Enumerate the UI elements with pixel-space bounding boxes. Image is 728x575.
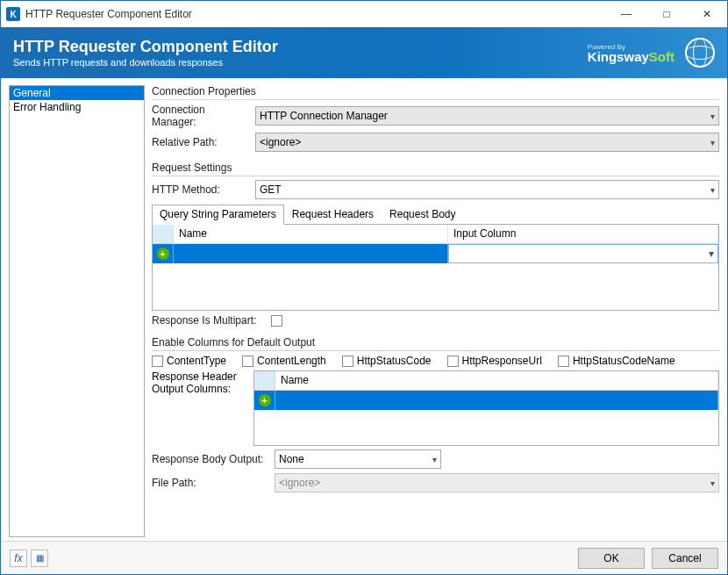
file-path-label: File Path: xyxy=(152,477,269,489)
grid-corner xyxy=(153,225,174,243)
globe-icon[interactable] xyxy=(685,38,715,68)
main-panel: Connection Properties Connection Manager… xyxy=(152,85,719,537)
grid-name-cell[interactable] xyxy=(174,244,448,263)
grid-new-row[interactable]: + ▾ xyxy=(153,244,718,263)
minimize-button[interactable]: — xyxy=(606,1,646,27)
window-title: HTTP Requester Component Editor xyxy=(25,8,606,20)
brand-logo: Powered By KingswaySoft xyxy=(588,42,674,63)
chevron-down-icon: ▾ xyxy=(710,478,715,488)
grid-header-name: Name xyxy=(174,225,448,243)
response-multipart-label: Response Is Multipart: xyxy=(152,314,266,327)
http-status-code-name-checkbox[interactable] xyxy=(558,356,569,367)
output-checkbox-row: ContentType ContentLength HttpStatusCode… xyxy=(152,355,719,367)
close-button[interactable]: ✕ xyxy=(687,1,727,27)
query-params-grid: Name Input Column + ▾ xyxy=(152,225,719,311)
banner-subtitle: Sends HTTP requests and downloads respon… xyxy=(13,57,588,68)
relative-path-value: <ignore> xyxy=(260,136,301,148)
http-status-code-name-label: HttpStatusCodeName xyxy=(573,355,675,367)
banner-title: HTTP Requester Component Editor xyxy=(13,38,588,56)
header-banner: HTTP Requester Component Editor Sends HT… xyxy=(1,27,727,78)
chevron-down-icon: ▾ xyxy=(710,111,715,121)
resp-grid-header-name: Name xyxy=(275,371,718,390)
relative-path-label: Relative Path: xyxy=(152,136,250,148)
resp-grid-new-row[interactable]: + xyxy=(254,391,718,410)
connection-manager-select[interactable]: HTTP Connection Manager ▾ xyxy=(255,106,719,126)
titlebar: K HTTP Requester Component Editor — □ ✕ xyxy=(1,1,727,27)
request-tabs: Query String Parameters Request Headers … xyxy=(152,204,719,225)
connection-manager-value: HTTP Connection Manager xyxy=(260,110,388,122)
content-type-checkbox[interactable] xyxy=(152,356,163,367)
footer: fx ▦ OK Cancel xyxy=(1,541,727,574)
add-row-icon[interactable]: + xyxy=(157,248,169,260)
content-length-label: ContentLength xyxy=(257,355,326,367)
response-body-output-label: Response Body Output: xyxy=(152,453,269,465)
tab-query-string[interactable]: Query String Parameters xyxy=(152,205,284,225)
cancel-button[interactable]: Cancel xyxy=(652,548,718,569)
ok-button[interactable]: OK xyxy=(578,548,645,569)
file-path-value: <ignore> xyxy=(279,477,320,489)
http-method-label: HTTP Method: xyxy=(152,183,250,196)
grid-corner xyxy=(254,371,275,390)
connection-manager-label: Connection Manager: xyxy=(152,104,250,128)
section-output: Enable Columns for Default Output xyxy=(152,336,719,349)
content-type-label: ContentType xyxy=(167,355,226,367)
app-icon: K xyxy=(6,7,20,21)
http-method-select[interactable]: GET ▾ xyxy=(255,180,719,199)
grid-header-input-column: Input Column xyxy=(448,225,718,243)
chevron-down-icon: ▾ xyxy=(710,138,715,147)
http-method-value: GET xyxy=(260,183,282,196)
add-row-icon[interactable]: + xyxy=(259,394,271,406)
tab-request-body[interactable]: Request Body xyxy=(382,205,463,225)
grid-input-column-cell[interactable]: ▾ xyxy=(448,244,718,263)
http-status-code-checkbox[interactable] xyxy=(342,356,353,367)
sidebar-item-general[interactable]: General xyxy=(10,86,144,100)
response-multipart-checkbox[interactable] xyxy=(271,315,282,327)
file-path-select: <ignore> ▾ xyxy=(275,473,719,492)
http-response-url-checkbox[interactable] xyxy=(447,356,459,367)
content-length-checkbox[interactable] xyxy=(242,356,253,367)
fx-tool-icon[interactable]: fx xyxy=(10,550,27,567)
http-status-code-label: HttpStatusCode xyxy=(357,355,432,367)
response-header-grid: Name + xyxy=(253,370,719,446)
sidebar: General Error Handling xyxy=(9,85,145,537)
resp-grid-name-cell[interactable] xyxy=(275,391,718,410)
section-connection: Connection Properties xyxy=(152,85,719,97)
section-request: Request Settings xyxy=(152,162,719,174)
response-body-output-select[interactable]: None ▾ xyxy=(275,449,441,469)
response-body-output-value: None xyxy=(279,453,304,465)
http-response-url-label: HttpResponseUrl xyxy=(462,355,542,367)
grid-tool-icon[interactable]: ▦ xyxy=(31,550,48,567)
chevron-down-icon: ▾ xyxy=(709,248,714,260)
tab-request-headers[interactable]: Request Headers xyxy=(284,205,382,225)
chevron-down-icon: ▾ xyxy=(432,455,437,464)
maximize-button[interactable]: □ xyxy=(646,1,687,27)
sidebar-item-error-handling[interactable]: Error Handling xyxy=(10,100,144,114)
brand-area: Powered By KingswaySoft xyxy=(588,38,715,68)
chevron-down-icon: ▾ xyxy=(710,185,715,195)
response-header-columns-label: Response Header Output Columns: xyxy=(152,370,246,446)
relative-path-select[interactable]: <ignore> ▾ xyxy=(255,133,719,152)
